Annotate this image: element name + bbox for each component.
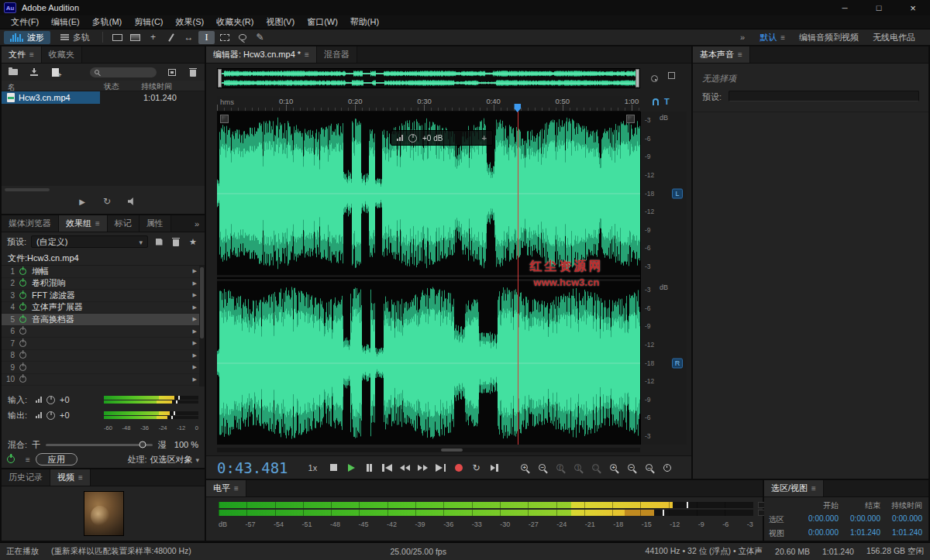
effect-slot-8[interactable]: 8▶ <box>2 350 205 362</box>
skip-selection-button[interactable] <box>485 460 503 476</box>
loop-preview-button[interactable] <box>101 195 113 208</box>
loop-playback-button[interactable]: ↻ <box>467 460 485 476</box>
timecode-icon[interactable]: T <box>664 98 670 106</box>
menu-file[interactable]: 文件(F) <box>5 16 45 28</box>
volume-knob[interactable] <box>408 134 417 143</box>
lasso-selection-tool-icon[interactable] <box>234 31 250 44</box>
panel-menu-icon[interactable]: ≡ <box>305 50 309 59</box>
rewind-button[interactable] <box>396 460 414 476</box>
overview-right-handle[interactable] <box>636 69 639 88</box>
zoom-to-selection-button[interactable]: □ <box>587 460 604 476</box>
insert-into-multitrack-button[interactable] <box>166 66 178 78</box>
maximize-button[interactable] <box>862 0 896 15</box>
input-gain-knob[interactable] <box>46 396 55 404</box>
menu-window[interactable]: 窗口(W) <box>301 16 344 28</box>
pause-button[interactable] <box>360 460 378 476</box>
mix-slider[interactable] <box>46 444 153 446</box>
playback-speed[interactable]: 1x <box>308 463 318 472</box>
workspace-overflow-chevron[interactable]: » <box>732 33 753 42</box>
slot-arrow-icon[interactable]: ▶ <box>193 328 197 335</box>
timer-button[interactable] <box>658 460 676 476</box>
power-icon[interactable] <box>19 268 26 275</box>
menu-favorites[interactable]: 收藏夹(R) <box>210 16 260 28</box>
zoom-to-out-point-button[interactable]: ] <box>569 460 587 476</box>
apply-button[interactable]: 应用 <box>36 453 78 466</box>
menu-view[interactable]: 视图(V) <box>260 16 301 28</box>
crosshair-icon[interactable] <box>651 74 658 84</box>
search-input[interactable] <box>90 67 157 77</box>
panel-menu-icon[interactable]: ≡ <box>780 33 785 42</box>
slot-arrow-icon[interactable]: ▶ <box>193 268 197 274</box>
move-previous-button[interactable] <box>378 460 396 476</box>
slot-arrow-icon[interactable]: ▶ <box>193 304 197 311</box>
menu-help[interactable]: 帮助(H) <box>344 16 385 28</box>
tab-favorites[interactable]: 收藏夹 <box>42 46 82 63</box>
marquee-selection-tool-icon[interactable] <box>216 31 232 44</box>
slot-arrow-icon[interactable]: ▶ <box>193 340 197 346</box>
power-icon[interactable] <box>19 292 26 299</box>
tab-editor[interactable]: 编辑器: Hcw3.cn.mp4 * ≡ <box>206 46 317 63</box>
channel-right-button[interactable]: R <box>672 358 683 368</box>
favorite-preset-button[interactable] <box>187 235 199 248</box>
slip-tool-icon[interactable]: ↔ <box>181 31 197 44</box>
power-icon[interactable] <box>19 340 26 347</box>
delete-file-button[interactable] <box>187 66 199 78</box>
selection-duration[interactable]: 0:00.000 <box>880 514 922 525</box>
spectral-display-icon[interactable] <box>127 31 143 44</box>
tab-markers[interactable]: 标记 <box>108 215 140 232</box>
effect-slot-10[interactable]: 10▶ <box>2 374 205 387</box>
tab-video[interactable]: 视频 ≡ <box>50 469 91 486</box>
view-start[interactable]: 0:00.000 <box>797 528 839 539</box>
menu-clip[interactable]: 剪辑(C) <box>128 16 169 28</box>
tab-overflow-chevron[interactable]: » <box>189 215 205 232</box>
workspace-default[interactable]: 默认≡ <box>753 32 792 43</box>
workspace-radio-production[interactable]: 无线电作品 <box>866 32 922 43</box>
snap-magnet-icon[interactable] <box>653 98 659 105</box>
tab-files[interactable]: 文件 ≡ <box>2 46 42 63</box>
menu-multitrack[interactable]: 多轨(M) <box>86 16 129 28</box>
power-icon[interactable] <box>19 328 26 335</box>
current-time-display[interactable]: 0:43.481 <box>217 459 288 476</box>
power-icon[interactable] <box>19 316 26 323</box>
effect-slot-3[interactable]: 3FFT 滤波器▶ <box>2 290 205 302</box>
fade-in-handle[interactable] <box>220 115 229 123</box>
zoom-to-in-point-button[interactable]: [ <box>551 460 569 476</box>
paintbrush-selection-tool-icon[interactable]: ✎ <box>252 31 268 44</box>
zoom-in-amplitude-button[interactable]: + <box>604 460 622 476</box>
zoom-out-amplitude-button[interactable]: − <box>622 460 640 476</box>
preset-dropdown[interactable]: (自定义) <box>31 235 148 248</box>
stop-button[interactable] <box>325 460 343 476</box>
tab-effects-rack[interactable]: 效果组 ≡ <box>59 215 108 232</box>
record-button[interactable] <box>450 460 467 476</box>
waveform-display-icon[interactable] <box>109 31 126 44</box>
power-icon[interactable] <box>19 376 26 383</box>
volume-hud[interactable]: +0 dB + <box>391 130 493 146</box>
new-file-button[interactable] <box>49 66 61 78</box>
tab-history[interactable]: 历史记录 <box>2 469 50 486</box>
timeline-ruler[interactable]: hms 0:100:200:300:400:501:00 <box>217 96 640 112</box>
view-end[interactable]: 1:01.240 <box>839 528 880 539</box>
output-gain-knob[interactable] <box>46 411 55 420</box>
fast-forward-button[interactable] <box>414 460 432 476</box>
slot-arrow-icon[interactable]: ▶ <box>193 376 197 383</box>
effect-slot-4[interactable]: 4立体声扩展器▶ <box>2 302 205 314</box>
delete-preset-button[interactable] <box>170 235 182 248</box>
effect-slot-9[interactable]: 9▶ <box>2 362 205 374</box>
menu-effects[interactable]: 效果(S) <box>170 16 211 28</box>
menu-edit[interactable]: 编辑(E) <box>45 16 86 28</box>
selection-start[interactable]: 0:00.000 <box>797 514 839 525</box>
play-button[interactable] <box>343 460 360 476</box>
process-value[interactable]: 仅选区对象 <box>150 454 192 466</box>
waveform-view-button[interactable]: 波形 <box>4 31 50 44</box>
power-icon[interactable] <box>19 280 26 287</box>
effect-slot-5[interactable]: 5音高换档器▶ <box>2 314 205 326</box>
files-horizontal-scrollbar[interactable] <box>5 188 50 191</box>
save-preset-button[interactable] <box>153 235 165 248</box>
close-button[interactable] <box>896 0 930 15</box>
panel-menu-icon[interactable]: ≡ <box>234 484 239 493</box>
tab-media-browser[interactable]: 媒体浏览器 <box>2 215 59 232</box>
rack-power-toggle[interactable] <box>7 455 15 463</box>
editor-horizontal-scrollbar[interactable] <box>217 448 640 452</box>
import-file-button[interactable] <box>28 66 40 78</box>
power-icon[interactable] <box>19 304 26 311</box>
